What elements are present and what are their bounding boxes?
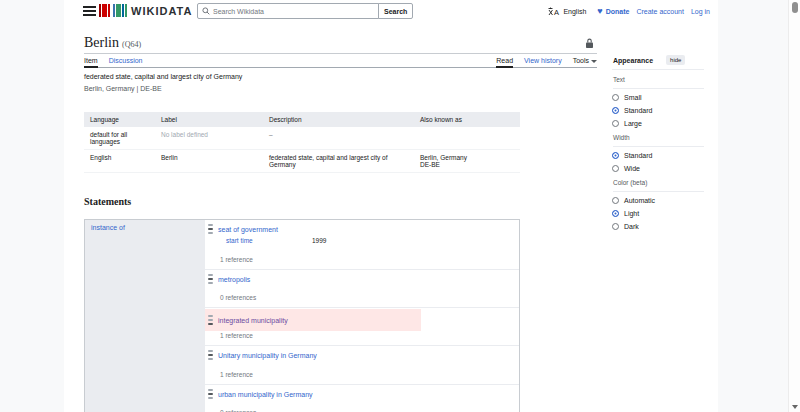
table-row: English Berlin federated state, capital …: [84, 150, 520, 173]
appearance-heading: Appearance: [613, 57, 653, 64]
radio-text-large[interactable]: Large: [612, 119, 704, 128]
appearance-hide-button[interactable]: hide: [666, 55, 685, 65]
cell-language: default for all languages: [84, 127, 155, 150]
references-toggle[interactable]: 1 reference: [205, 256, 253, 263]
appearance-section-color: Color (beta): [613, 179, 704, 192]
language-selector[interactable]: English: [563, 8, 586, 15]
col-label: Label: [155, 112, 263, 127]
statement-group: instance of seat of government start tim…: [84, 219, 520, 412]
statement-property-column: instance of: [85, 220, 205, 412]
menu-icon[interactable]: [83, 6, 96, 16]
statement-claims-column: seat of government start time 1999 1 ref…: [205, 220, 519, 412]
scrollbar-thumb[interactable]: [792, 2, 798, 13]
header-links: A English ♥ Donate Create account Log in: [548, 0, 710, 22]
main-column: WIKIDATA Search A English ♥ Donate Creat…: [64, 0, 718, 412]
radio-checked-icon[interactable]: [612, 152, 619, 159]
radio-width-standard[interactable]: Standard: [612, 151, 704, 160]
cell-label: Berlin: [155, 150, 263, 173]
radio-checked-icon[interactable]: [612, 107, 619, 114]
claim-value-link[interactable]: urban municipality in Germany: [218, 391, 313, 398]
claim-value-link[interactable]: metropolis: [218, 276, 250, 283]
page-tabs: Item Discussion Read View history Tools: [84, 55, 597, 68]
statements-heading: Statements: [84, 196, 131, 207]
tab-view-history[interactable]: View history: [524, 55, 562, 68]
search-input[interactable]: [213, 8, 363, 15]
search-button[interactable]: Search: [378, 3, 413, 19]
statement-claim: metropolis 0 references: [205, 269, 519, 307]
terms-table: Language Label Description Also known as…: [84, 112, 520, 173]
statement-claim: Unitary municipality in Germany 1 refere…: [205, 345, 519, 384]
create-account-link[interactable]: Create account: [636, 8, 683, 15]
heart-icon: ♥: [597, 8, 602, 15]
terms-header-row: Language Label Description Also known as: [84, 112, 520, 127]
qualifier-value: 1999: [312, 237, 326, 244]
cell-also-known-as: [414, 127, 520, 150]
claim-value-link[interactable]: Unitary municipality in Germany: [218, 352, 317, 359]
statement-claim-deprecated: integrated municipality 1 reference: [205, 307, 519, 345]
appearance-section-text: Text: [613, 76, 704, 89]
cell-description: –: [263, 127, 414, 150]
rank-deprecated-icon[interactable]: [208, 315, 213, 325]
radio-icon[interactable]: [612, 197, 619, 204]
tab-read[interactable]: Read: [496, 55, 513, 68]
table-row: default for all languages No label defin…: [84, 127, 520, 150]
radio-color-light[interactable]: Light: [612, 209, 704, 218]
statement-claim: seat of government start time 1999 1 ref…: [205, 220, 519, 269]
vertical-scrollbar[interactable]: [788, 0, 800, 412]
wikidata-logo-bars-icon: [99, 4, 127, 17]
search-bar: Search: [197, 3, 413, 19]
appearance-panel: Appearance hide Text Small Standard Larg…: [604, 50, 704, 231]
references-toggle[interactable]: 1 reference: [205, 371, 253, 378]
radio-checked-icon[interactable]: [612, 210, 619, 217]
page-title: Berlin: [84, 35, 119, 50]
claim-value-link[interactable]: integrated municipality: [218, 317, 288, 324]
entity-aliases: Berlin, Germany | DE-BE: [84, 85, 162, 92]
radio-text-small[interactable]: Small: [612, 93, 704, 102]
cell-language: English: [84, 150, 155, 173]
radio-color-dark[interactable]: Dark: [612, 222, 704, 231]
references-toggle[interactable]: 0 references: [205, 294, 256, 301]
search-field-container: [197, 3, 379, 19]
title-bar: Berlin(Q64): [84, 33, 597, 54]
col-also-known-as: Also known as: [414, 112, 520, 127]
search-icon: [202, 7, 210, 15]
radio-color-automatic[interactable]: Automatic: [612, 196, 704, 205]
property-link[interactable]: instance of: [91, 224, 125, 231]
cell-label: No label defined: [155, 127, 263, 150]
tools-menu[interactable]: Tools: [573, 55, 597, 68]
statement-claim: urban municipality in Germany 0 referenc…: [205, 384, 519, 412]
appearance-section-width: Width: [613, 134, 704, 147]
wikidata-wordmark: WIKIDATA: [131, 5, 192, 17]
rank-normal-icon[interactable]: [208, 224, 213, 234]
donate-link[interactable]: Donate: [606, 8, 630, 15]
rank-normal-icon[interactable]: [208, 274, 213, 284]
lock-icon: [585, 35, 594, 53]
cell-description: federated state, capital and largest cit…: [263, 150, 414, 173]
col-description: Description: [263, 112, 414, 127]
language-icon: A: [548, 7, 560, 16]
radio-text-standard[interactable]: Standard: [612, 106, 704, 115]
entity-description: federated state, capital and largest cit…: [84, 73, 242, 80]
col-language: Language: [84, 112, 155, 127]
qualifier-property-link[interactable]: start time: [226, 237, 312, 244]
rank-normal-icon[interactable]: [208, 389, 213, 399]
radio-width-wide[interactable]: Wide: [612, 164, 704, 173]
radio-icon[interactable]: [612, 165, 619, 172]
tab-discussion[interactable]: Discussion: [109, 55, 143, 68]
claim-value-link[interactable]: seat of government: [218, 226, 278, 233]
svg-text:A: A: [554, 8, 559, 16]
references-toggle[interactable]: 1 reference: [205, 332, 253, 339]
chevron-down-icon: [591, 60, 597, 63]
scrollbar-down-arrow-icon[interactable]: [792, 405, 798, 409]
cell-also-known-as: Berlin, Germany DE-BE: [414, 150, 520, 173]
wikidata-logo[interactable]: WIKIDATA: [99, 4, 192, 17]
radio-icon[interactable]: [612, 223, 619, 230]
radio-icon[interactable]: [612, 94, 619, 101]
log-in-link[interactable]: Log in: [691, 8, 710, 15]
claim-qualifiers: start time 1999: [205, 237, 519, 244]
rank-normal-icon[interactable]: [208, 350, 213, 360]
tab-item[interactable]: Item: [84, 55, 98, 68]
entity-id: (Q64): [122, 40, 141, 49]
radio-icon[interactable]: [612, 120, 619, 127]
